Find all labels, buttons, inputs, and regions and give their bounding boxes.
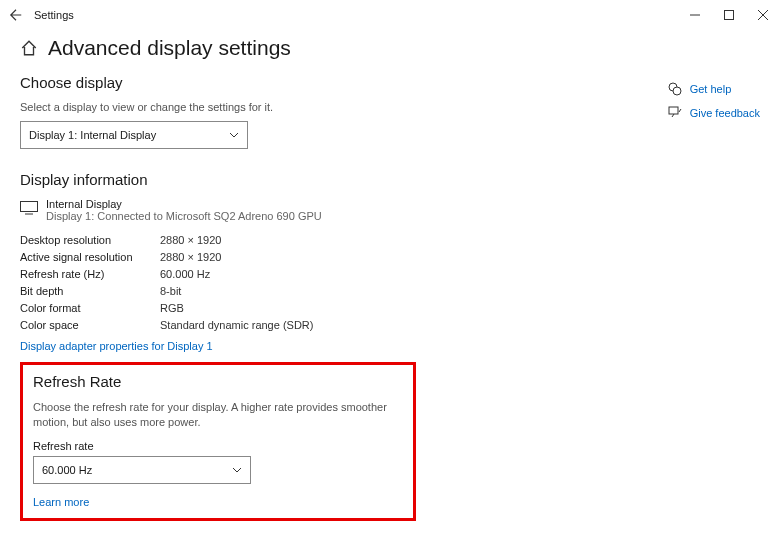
svg-rect-1 <box>21 202 38 212</box>
refresh-rate-value: 60.000 Hz <box>42 464 92 476</box>
page-title: Advanced display settings <box>48 36 291 60</box>
choose-display-heading: Choose display <box>20 74 580 91</box>
refresh-rate-section: Refresh Rate Choose the refresh rate for… <box>20 362 416 521</box>
minimize-icon <box>690 10 700 20</box>
back-button[interactable] <box>4 3 28 27</box>
window-controls <box>678 3 780 27</box>
display-connection: Display 1: Connected to Microsoft SQ2 Ad… <box>46 210 322 222</box>
arrow-left-icon <box>9 8 23 22</box>
choose-display-subtext: Select a display to view or change the s… <box>20 101 580 113</box>
chevron-down-icon <box>232 465 242 475</box>
refresh-rate-label: Refresh rate <box>33 440 403 452</box>
table-row: Bit depth8-bit <box>20 283 580 300</box>
svg-rect-0 <box>725 11 734 20</box>
display-select[interactable]: Display 1: Internal Display <box>20 121 248 149</box>
minimize-button[interactable] <box>678 3 712 27</box>
get-help-link[interactable]: Get help <box>668 82 760 96</box>
side-panel: Get help Give feedback <box>668 30 760 521</box>
home-icon[interactable] <box>20 39 38 57</box>
refresh-rate-heading: Refresh Rate <box>33 373 403 390</box>
feedback-icon <box>668 106 682 120</box>
adapter-properties-link[interactable]: Display adapter properties for Display 1 <box>20 340 580 352</box>
table-row: Color formatRGB <box>20 300 580 317</box>
settings-window: Settings Advanced display settings Choos… <box>0 0 780 548</box>
learn-more-link[interactable]: Learn more <box>33 496 403 508</box>
display-info-heading: Display information <box>20 171 580 188</box>
chevron-down-icon <box>229 130 239 140</box>
display-name: Internal Display <box>46 198 322 210</box>
display-select-value: Display 1: Internal Display <box>29 129 156 141</box>
svg-rect-4 <box>669 107 678 114</box>
display-info-table: Desktop resolution2880 × 1920 Active sig… <box>20 232 580 334</box>
help-icon <box>668 82 682 96</box>
refresh-rate-select[interactable]: 60.000 Hz <box>33 456 251 484</box>
table-row: Active signal resolution2880 × 1920 <box>20 249 580 266</box>
maximize-button[interactable] <box>712 3 746 27</box>
table-row: Desktop resolution2880 × 1920 <box>20 232 580 249</box>
refresh-rate-desc: Choose the refresh rate for your display… <box>33 400 403 430</box>
close-button[interactable] <box>746 3 780 27</box>
table-row: Refresh rate (Hz)60.000 Hz <box>20 266 580 283</box>
maximize-icon <box>724 10 734 20</box>
title-bar: Settings <box>0 0 780 30</box>
svg-point-3 <box>673 87 681 95</box>
give-feedback-link[interactable]: Give feedback <box>668 106 760 120</box>
window-title: Settings <box>34 9 74 21</box>
monitor-icon <box>20 200 38 216</box>
main-content: Advanced display settings Choose display… <box>20 30 580 521</box>
close-icon <box>758 10 768 20</box>
table-row: Color spaceStandard dynamic range (SDR) <box>20 317 580 334</box>
